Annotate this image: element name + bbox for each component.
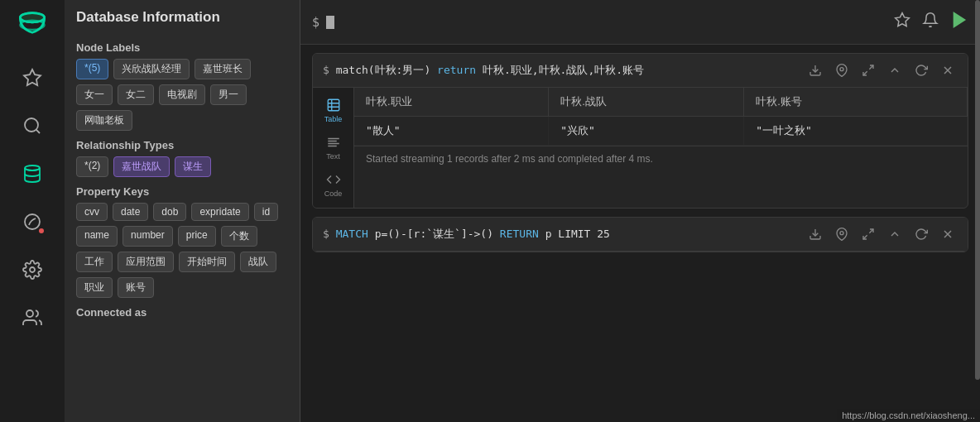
prop-key-scope[interactable]: 应用范围 <box>118 252 174 272</box>
svg-line-15 <box>863 71 867 75</box>
sidebar-header: Database Information <box>65 0 300 30</box>
download-btn-1[interactable] <box>805 60 825 80</box>
node-label-tag-4[interactable]: 女二 <box>118 84 154 105</box>
prop-key-team[interactable]: 战队 <box>240 252 276 272</box>
view-tabs-1: Table Text Code <box>313 88 354 208</box>
svg-marker-10 <box>896 13 910 26</box>
query-block-2: $ MATCH p=()-[r:`谋生`]->() RETURN p LIMIT… <box>312 217 968 252</box>
svg-line-26 <box>863 235 867 239</box>
view-tab-text-1[interactable]: Text <box>315 130 352 165</box>
sidebar-item-users[interactable] <box>16 301 49 334</box>
result-table-view-1: 叶秋.职业 叶秋.战队 叶秋.账号 "散人" "兴欣" "一叶之秋" <box>354 88 968 208</box>
download-btn-2[interactable] <box>805 224 825 244</box>
top-star-icon[interactable] <box>894 12 910 32</box>
prop-key-geshu[interactable]: 个数 <box>221 226 257 247</box>
pin-btn-2[interactable] <box>832 224 852 244</box>
node-label-tag-6[interactable]: 男一 <box>210 84 247 105</box>
cell-job: "散人" <box>354 117 549 146</box>
query-block-1-header: $ match(叶秋:男一) return 叶秋.职业,叶秋.战队,叶秋.账号 <box>313 54 968 88</box>
node-label-tag-0[interactable]: *(5) <box>76 59 108 79</box>
col-header-account: 叶秋.账号 <box>744 88 968 117</box>
query-dollar-1: $ <box>323 64 336 76</box>
top-input-actions <box>894 11 968 33</box>
sidebar-title: Database Information <box>76 8 288 26</box>
prop-key-account[interactable]: 账号 <box>118 277 154 298</box>
view-tab-table-1[interactable]: Table <box>315 93 352 128</box>
view-tab-text-label-1: Text <box>326 152 340 161</box>
prop-key-name[interactable]: name <box>76 226 118 247</box>
top-play-icon[interactable] <box>950 11 968 33</box>
status-text-1: Started streaming 1 records after 2 ms a… <box>366 153 653 165</box>
rel-type-tag-2[interactable]: 谋生 <box>175 156 211 177</box>
prop-key-price[interactable]: price <box>178 226 216 247</box>
rel-type-tag-0[interactable]: *(2) <box>76 156 108 177</box>
view-tab-code-1[interactable]: Code <box>315 167 352 203</box>
node-labels-tags: *(5) 兴欣战队经理 嘉世班长 女一 女二 电视剧 男一 网咖老板 <box>76 59 288 131</box>
prop-key-cvv[interactable]: cvv <box>76 203 108 221</box>
node-label-tag-3[interactable]: 女一 <box>76 84 113 105</box>
collapse-btn-1[interactable] <box>885 60 905 80</box>
expand-btn-1[interactable] <box>858 60 878 80</box>
connected-as-section-label: Connected as <box>76 306 288 319</box>
svg-rect-18 <box>328 99 339 111</box>
input-cursor <box>326 16 334 29</box>
top-bell-icon[interactable] <box>922 12 939 32</box>
sidebar-item-search[interactable] <box>16 109 49 142</box>
collapse-btn-2[interactable] <box>885 224 905 244</box>
node-label-tag-2[interactable]: 嘉世班长 <box>195 59 251 79</box>
close-btn-2[interactable] <box>938 224 958 244</box>
refresh-btn-2[interactable] <box>911 224 931 244</box>
svg-point-24 <box>840 232 843 235</box>
node-label-tag-7[interactable]: 网咖老板 <box>76 110 132 131</box>
query-fields-2: p LIMIT 25 <box>545 228 610 240</box>
sidebar-item-database[interactable] <box>16 157 49 190</box>
prop-key-number[interactable]: number <box>122 226 173 247</box>
view-tab-table-label-1: Table <box>324 115 343 123</box>
url-bar: https://blog.csdn.net/xiaosheng... <box>837 409 980 422</box>
prop-key-id[interactable]: id <box>254 203 278 221</box>
top-dollar-sign: $ <box>312 15 319 30</box>
pin-btn-1[interactable] <box>832 60 852 80</box>
rel-type-tag-1[interactable]: 嘉世战队 <box>113 156 170 177</box>
query-block-1-body: Table Text Code <box>313 88 968 208</box>
property-keys-tags: cvv date dob expridate id name number pr… <box>76 203 288 298</box>
sidebar-item-error[interactable] <box>16 205 49 238</box>
prop-key-work[interactable]: 工作 <box>76 252 113 272</box>
query-block-1-text: $ match(叶秋:男一) return 叶秋.职业,叶秋.战队,叶秋.账号 <box>323 63 799 78</box>
svg-point-13 <box>840 68 843 71</box>
col-header-job: 叶秋.职业 <box>354 88 549 117</box>
query-match-2: MATCH <box>336 228 375 240</box>
query-block-2-actions <box>805 224 958 244</box>
cell-account: "一叶之秋" <box>744 117 968 146</box>
relationship-types-tags: *(2) 嘉世战队 谋生 <box>76 156 288 177</box>
query-block-2-header: $ MATCH p=()-[r:`谋生`]->() RETURN p LIMIT… <box>313 218 968 252</box>
status-bar-1: Started streaming 1 records after 2 ms a… <box>354 146 968 171</box>
query-dollar-2: $ <box>323 228 336 240</box>
cell-team: "兴欣" <box>549 117 744 146</box>
prop-key-dob[interactable]: dob <box>153 203 186 221</box>
close-btn-1[interactable] <box>938 60 958 80</box>
top-input-bar: $ <box>300 0 980 45</box>
refresh-btn-1[interactable] <box>911 60 931 80</box>
sidebar-item-star[interactable] <box>16 61 49 94</box>
expand-btn-2[interactable] <box>858 224 878 244</box>
relationship-types-section-label: Relationship Types <box>76 139 288 151</box>
sidebar-item-settings[interactable] <box>16 253 49 286</box>
prop-key-starttime[interactable]: 开始时间 <box>179 252 235 272</box>
query-keyword-return-1: return <box>437 64 483 76</box>
main-content: $ $ match(叶秋:男一) <box>300 0 980 422</box>
url-text: https://blog.csdn.net/xiaosheng... <box>842 410 975 420</box>
svg-point-8 <box>30 267 35 272</box>
query-block-2-text: $ MATCH p=()-[r:`谋生`]->() RETURN p LIMIT… <box>323 227 799 242</box>
node-label-tag-1[interactable]: 兴欣战队经理 <box>113 59 190 79</box>
svg-line-25 <box>869 229 873 233</box>
query-fields-1: 叶秋.职业,叶秋.战队,叶秋.账号 <box>483 64 644 76</box>
col-header-team: 叶秋.战队 <box>549 88 744 117</box>
svg-point-9 <box>26 310 33 317</box>
prop-key-date[interactable]: date <box>113 203 148 221</box>
node-label-tag-5[interactable]: 电视剧 <box>159 84 205 105</box>
prop-key-expridate[interactable]: expridate <box>191 203 248 221</box>
svg-line-5 <box>36 130 40 133</box>
prop-key-job[interactable]: 职业 <box>76 277 113 298</box>
query-text-content-1: match(叶秋:男一) <box>336 64 437 76</box>
